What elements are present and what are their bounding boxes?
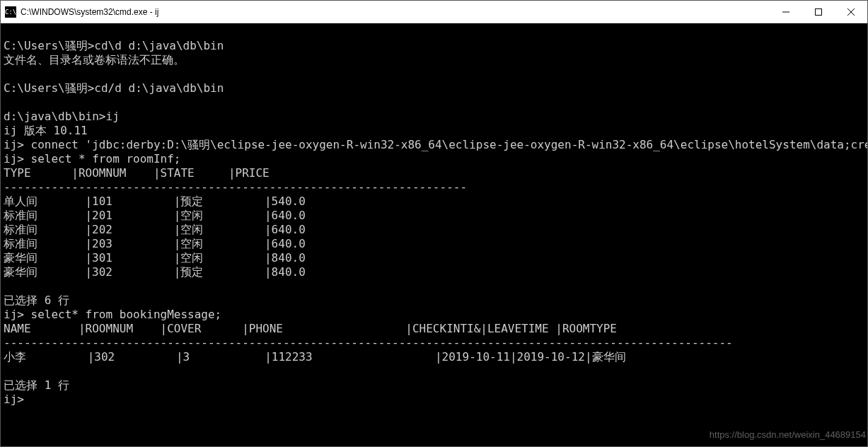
result-count: 已选择 1 行	[4, 378, 69, 392]
result-count: 已选择 6 行	[4, 294, 69, 307]
terminal-output[interactable]: C:\Users\骚明>cd\d d:\java\db\bin 文件名、目录名或…	[1, 23, 867, 446]
table-row: 标准间 |201 |空闲 |640.0	[4, 209, 306, 222]
terminal-line: ij> connect 'jdbc:derby:D:\骚明\eclipse-je…	[4, 138, 867, 151]
window-title: C:\WINDOWS\system32\cmd.exe - ij	[21, 7, 770, 17]
ij-prompt: ij>	[4, 393, 24, 406]
table-divider: ----------------------------------------…	[4, 336, 733, 349]
table-row: 标准间 |202 |空闲 |640.0	[4, 223, 306, 236]
watermark: https://blog.csdn.net/weixin_44689154	[710, 428, 866, 442]
terminal-line: d:\java\db\bin>ij	[4, 110, 120, 123]
table-row: 标准间 |203 |空闲 |640.0	[4, 237, 306, 250]
svg-rect-1	[816, 8, 822, 15]
table-divider: ----------------------------------------…	[4, 180, 467, 194]
terminal-line: 文件名、目录名或卷标语法不正确。	[4, 53, 185, 66]
table-row: 豪华间 |302 |预定 |840.0	[4, 265, 306, 279]
terminal-line: ij> select * from roomInf;	[4, 152, 180, 166]
terminal-line: ij> select* from bookingMessage;	[4, 308, 221, 321]
table-header: NAME |ROOMNUM |COVER |PHONE |CHECKINTI&|…	[4, 322, 617, 335]
minimize-button[interactable]	[770, 1, 802, 23]
table-row: 单人间 |101 |预定 |540.0	[4, 195, 306, 208]
terminal-line: C:\Users\骚明>cd\d d:\java\db\bin	[4, 39, 224, 52]
table-row: 小李 |302 |3 |112233 |2019-10-11|2019-10-1…	[4, 350, 626, 364]
terminal-line: C:\Users\骚明>cd/d d:\java\db\bin	[4, 81, 224, 95]
table-row: 豪华间 |301 |空闲 |840.0	[4, 251, 306, 265]
terminal-line: ij 版本 10.11	[4, 124, 88, 137]
table-header: TYPE |ROOMNUM |STATE |PRICE	[4, 166, 270, 180]
close-button[interactable]	[835, 1, 867, 23]
window-controls	[770, 1, 867, 23]
titlebar[interactable]: C:\ C:\WINDOWS\system32\cmd.exe - ij	[1, 1, 867, 23]
cmd-icon: C:\	[5, 6, 16, 18]
maximize-button[interactable]	[802, 1, 835, 23]
window: C:\ C:\WINDOWS\system32\cmd.exe - ij C:\…	[0, 0, 868, 447]
